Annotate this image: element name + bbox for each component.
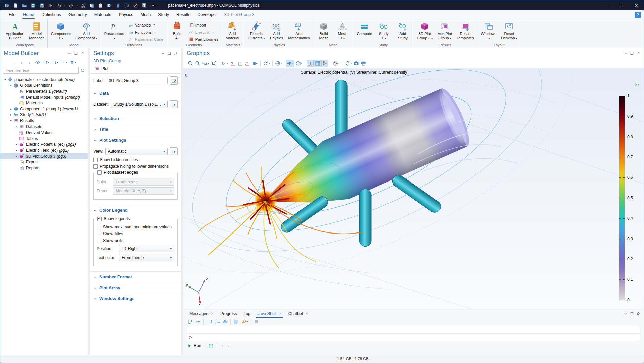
bottom-tab-messages[interactable]: Messages✕ [186, 309, 217, 318]
tree-caret-icon[interactable]: ▾ [3, 78, 7, 81]
tree-item-materials[interactable]: Materials [0, 100, 88, 106]
tree-item-export[interactable]: Export [0, 159, 88, 165]
collapse-down-button[interactable] [214, 318, 221, 325]
bottom-tab-log[interactable]: Log [240, 309, 254, 318]
plot-context-icon[interactable] [635, 82, 640, 87]
show-eye-button[interactable] [221, 318, 228, 325]
show-eye-button[interactable] [34, 59, 41, 66]
list-cols-button[interactable]: ▾ [59, 59, 68, 66]
save-button[interactable] [29, 2, 37, 9]
find-button[interactable] [140, 2, 148, 9]
menu-tab-developer[interactable]: Developer [194, 10, 221, 19]
tree-item-3d-plot-group-3[interactable]: ▸*3D Plot Group 3{pg3} [0, 153, 88, 159]
float-win-button[interactable] [74, 51, 78, 55]
tree-item-reports[interactable]: Reports [0, 165, 88, 171]
menu-tab-3d-plot-group-3[interactable]: 3D Plot Group 3 [221, 10, 258, 19]
goto-node-button[interactable] [187, 318, 194, 325]
tree-item-global-definitions[interactable]: ▾Global Definitions [0, 83, 88, 89]
show-titles-checkbox[interactable]: Show titles [97, 231, 174, 236]
tree-caret-icon[interactable]: ▾ [9, 119, 13, 122]
chev-dd-button[interactable] [67, 51, 72, 55]
variables-button[interactable]: a=Variables▾ [126, 21, 166, 29]
pin-button[interactable] [174, 51, 178, 55]
play-button[interactable] [47, 2, 54, 9]
deselect-frame-button[interactable] [132, 2, 139, 9]
build-mesh-button[interactable]: BuildMesh [314, 20, 333, 41]
section-number-format[interactable]: ›Number Format [90, 271, 181, 282]
show-maxmin-checkbox[interactable]: Show maximum and minimum values [97, 225, 174, 229]
model-manager-button[interactable]: ModelManager [27, 20, 46, 41]
tree-item-parameters-1[interactable]: PiParameters 1{default} [0, 88, 88, 94]
view-xy-button[interactable]: xy [229, 60, 236, 67]
tree-caret-icon[interactable]: ▸ [9, 113, 13, 116]
import-button[interactable]: Import [187, 21, 221, 29]
pin-button[interactable] [80, 51, 84, 55]
section-title[interactable]: ›Title [90, 124, 181, 135]
panel-divider[interactable] [181, 48, 183, 355]
section-data[interactable]: ›Data [90, 88, 181, 98]
zoom-extents-button[interactable] [210, 60, 217, 67]
java-shell-prompt[interactable]: > [187, 334, 640, 341]
pin-button[interactable] [636, 51, 640, 55]
chev-dd-button[interactable] [161, 51, 165, 55]
grid-toggle-button[interactable] [314, 60, 321, 67]
tree-item-tables[interactable]: Tables [0, 136, 88, 142]
tree-item-derived-values[interactable]: 8.85e-12Derived Values [0, 129, 88, 136]
collapse-up-button[interactable] [206, 318, 213, 325]
float-win-button[interactable] [167, 51, 171, 55]
bottom-tab-progress[interactable]: Progress [217, 309, 240, 318]
tree-filter-input[interactable] [3, 67, 79, 74]
add-study-button[interactable]: AddStudy [393, 20, 412, 41]
overflow-chevron-button[interactable] [149, 2, 156, 9]
dataset-select[interactable]: Study 1/Solution 1 (sol1) {dset1}▾ [111, 101, 168, 108]
pin-button[interactable] [636, 312, 640, 316]
section-selection[interactable]: ›Selection [90, 113, 181, 124]
legend-position-select[interactable]: Right▾ [119, 245, 174, 252]
menu-tab-materials[interactable]: Materials [91, 10, 115, 19]
go-to-source-button[interactable] [170, 100, 178, 108]
tree-caret-icon[interactable]: ▸ [14, 149, 19, 152]
edit-label-button[interactable] [170, 76, 178, 85]
chev-dd-button[interactable] [624, 312, 628, 316]
nav-up-button[interactable]: ↑ [18, 59, 26, 66]
print-button[interactable] [360, 60, 367, 67]
history-down-icon[interactable]: ↓ [227, 343, 232, 348]
add-material-button[interactable]: AddMaterial [223, 20, 242, 41]
select-frame-button[interactable] [123, 2, 130, 9]
tree-item-datasets[interactable]: ▸Datasets [0, 124, 88, 130]
collapse-up-button[interactable]: ▾ [42, 59, 50, 66]
app-logo-button[interactable] [3, 2, 10, 9]
section-plot-settings[interactable]: ›Plot Settings [90, 135, 181, 145]
electric-currents-button[interactable]: +−ElectricCurrents▾ [245, 20, 267, 41]
funnel-button[interactable]: ▾ [68, 59, 77, 66]
new-file-button[interactable] [12, 2, 19, 9]
legend-toggle-button[interactable] [321, 60, 328, 67]
application-builder-button[interactable]: AApplicationBuilder [3, 20, 27, 41]
help-button[interactable]: ? [635, 12, 641, 18]
speaker-button[interactable]: ▾ [286, 60, 294, 67]
zoom-out-button[interactable] [194, 60, 201, 67]
palette-button[interactable]: ▾ [332, 60, 340, 67]
tree-item-pacemaker-electrode-mph[interactable]: ▾pacemaker_electrode.mph(root) [0, 76, 88, 83]
panel-divider[interactable] [88, 48, 90, 355]
a-eq-button[interactable]: a= [194, 318, 201, 325]
add-plot-group-button[interactable]: Add PlotGroup▾ [435, 20, 454, 41]
go-to-source-button[interactable] [170, 147, 178, 155]
duplicate-button[interactable] [105, 2, 113, 9]
component-1-button[interactable]: Component1▾ [49, 20, 73, 41]
add-mathematics-button[interactable]: ΔUAddMathematics [286, 20, 312, 41]
movie-cam-button[interactable] [251, 60, 259, 67]
propagate-hiding-checkbox[interactable]: Propagate hiding to lower dimensions [93, 164, 178, 169]
redo-button[interactable] [67, 2, 75, 9]
functions-button[interactable]: f(x)Functions▾ [126, 29, 166, 36]
livelink-button[interactable]: LiveLink▾ [187, 29, 221, 36]
rotate-button[interactable]: ▾ [262, 60, 271, 67]
tree-caret-icon[interactable]: ▸ [14, 125, 19, 128]
menu-tab-file[interactable]: File [5, 10, 19, 19]
sync-button[interactable]: ▾ [344, 60, 353, 67]
legend-text-color-select[interactable]: From theme▾ [119, 254, 174, 261]
compute-button[interactable]: Compute [354, 20, 374, 36]
broom-button[interactable]: ▾ [240, 318, 249, 325]
save-edit-button[interactable] [38, 2, 45, 9]
minimize-button[interactable]: – [599, 0, 614, 10]
